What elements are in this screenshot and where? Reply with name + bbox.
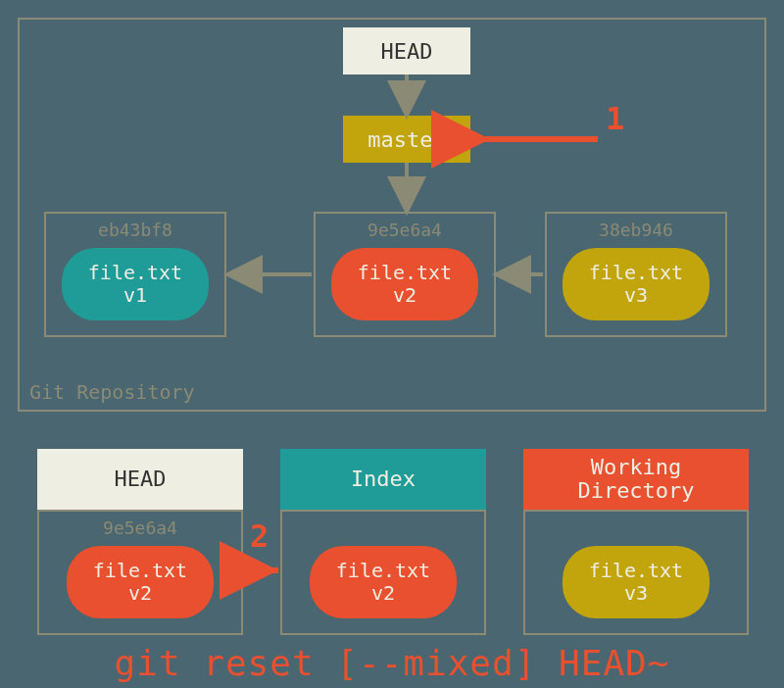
bottom-head-file-pill: file.txt v2: [67, 546, 214, 618]
file-name: file.txt: [358, 262, 452, 284]
head-ref-box: HEAD: [343, 27, 470, 74]
file-version: v2: [371, 582, 395, 605]
file-version: v1: [123, 284, 147, 307]
bottom-head-header: HEAD: [37, 449, 243, 510]
bottom-box-wd: file.txt v3: [523, 510, 749, 635]
file-name: file.txt: [336, 560, 430, 582]
git-repository-label: Git Repository: [29, 380, 195, 404]
commit-hash: eb43bf8: [98, 220, 172, 240]
file-pill-v1: file.txt v1: [62, 248, 209, 320]
file-pill-v2: file.txt v2: [331, 248, 478, 320]
bottom-box-index: file.txt v2: [280, 510, 486, 635]
step-1-label: 1: [606, 100, 624, 137]
bottom-index-file-pill: file.txt v2: [310, 546, 457, 618]
file-name: file.txt: [93, 560, 187, 582]
commit-box-eb43bf8: eb43bf8 file.txt v1: [44, 212, 226, 337]
commit-box-38eb946: 38eb946 file.txt v3: [545, 212, 727, 337]
file-version: v2: [128, 582, 152, 605]
file-version: v3: [624, 582, 648, 605]
file-version: v3: [624, 284, 648, 307]
bottom-wd-file-pill: file.txt v3: [563, 546, 710, 618]
spacer: [631, 517, 642, 538]
file-version: v2: [393, 284, 416, 307]
bottom-index-header: Index: [280, 449, 486, 510]
spacer: [378, 517, 389, 538]
commit-hash: 9e5e6a4: [368, 220, 442, 240]
file-name: file.txt: [589, 262, 683, 284]
file-pill-v3: file.txt v3: [563, 248, 710, 320]
file-name: file.txt: [88, 262, 182, 284]
master-branch-box: master: [343, 116, 470, 163]
bottom-box-head: 9e5e6a4 file.txt v2: [37, 510, 243, 635]
bottom-wd-header: Working Directory: [523, 449, 749, 510]
bottom-head-hash: 9e5e6a4: [103, 517, 177, 538]
commit-hash: 38eb946: [599, 220, 673, 240]
file-name: file.txt: [589, 560, 683, 582]
git-command-text: git reset [--mixed] HEAD~: [0, 643, 784, 683]
step-2-label: 2: [250, 517, 269, 555]
commit-box-9e5e6a4: 9e5e6a4 file.txt v2: [314, 212, 496, 337]
